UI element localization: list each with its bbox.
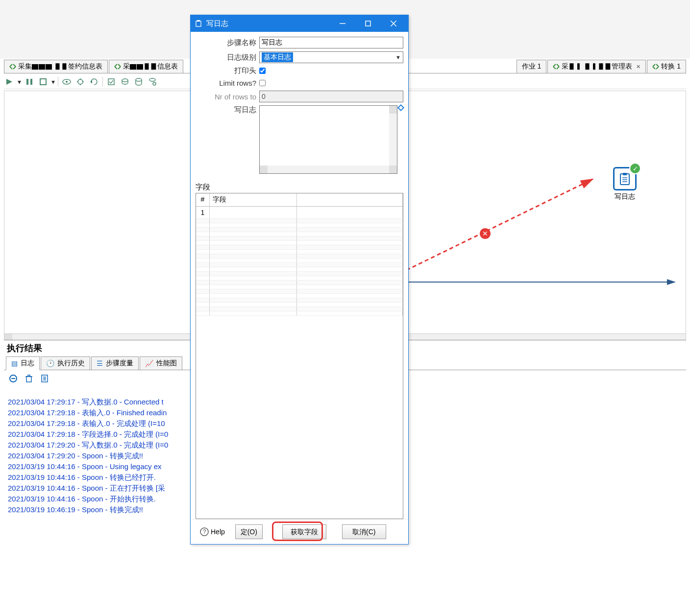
log-level-label: 日志级别 (196, 53, 259, 62)
impact-icon[interactable] (120, 76, 130, 87)
table-row[interactable] (196, 298, 403, 303)
table-row[interactable]: 1 (196, 207, 403, 219)
table-row[interactable] (196, 311, 403, 316)
hop-normal-arrow (391, 277, 685, 292)
maximize-button[interactable] (357, 15, 379, 32)
clipboard-icon (618, 172, 632, 186)
help-button[interactable]: ? Help (196, 525, 229, 539)
step-icon-box: ✓ (613, 167, 637, 190)
verify-icon[interactable] (106, 76, 117, 87)
svg-rect-22 (26, 377, 31, 382)
tab-history[interactable]: 🕑 执行历史 (41, 356, 90, 370)
tab-perf-graph[interactable]: 📈 性能图 (140, 356, 182, 370)
table-row[interactable] (196, 307, 403, 311)
table-row[interactable] (196, 254, 403, 259)
svg-rect-28 (197, 20, 200, 22)
table-row[interactable] (196, 281, 403, 285)
svg-line-13 (394, 179, 592, 276)
write-log-dialog: 写日志 步骤名称 日志级别 基本日志 ▼ 打印头 Limit rows? Nr … (190, 15, 409, 545)
limit-rows-checkbox[interactable] (259, 80, 266, 86)
help-icon: ? (200, 527, 209, 536)
pause-icon[interactable] (24, 76, 35, 87)
svg-point-5 (66, 81, 68, 83)
tab-item-2[interactable]: 采▇▇▋▊信息表 (109, 60, 183, 73)
svg-rect-30 (366, 21, 370, 26)
col-num-header: # (196, 193, 210, 206)
tab-item-5[interactable]: 转换 1 (647, 60, 686, 73)
table-row[interactable] (196, 303, 403, 307)
log-level-select[interactable]: 基本日志 ▼ (259, 51, 403, 63)
nr-rows-label: Nr of rows to (196, 93, 259, 101)
table-row[interactable] (196, 250, 403, 254)
clear-log-icon[interactable] (24, 373, 34, 384)
run-icon[interactable] (4, 76, 15, 87)
table-row[interactable] (196, 263, 403, 267)
nr-rows-input[interactable] (259, 91, 403, 102)
variable-helper-icon[interactable] (397, 104, 404, 111)
cancel-button[interactable]: 取消(C) (342, 524, 386, 539)
close-button[interactable] (383, 15, 404, 32)
tab-step-metrics[interactable]: ☰ 步骤度量 (91, 356, 139, 370)
log-level-value: 基本日志 (262, 52, 293, 62)
stop-icon[interactable] (38, 76, 49, 87)
svg-rect-15 (620, 174, 629, 185)
col-field-header: 字段 (210, 193, 297, 206)
table-row[interactable] (196, 232, 403, 237)
stop-log-icon[interactable] (8, 373, 19, 384)
transform-icon (652, 63, 659, 70)
tab-item-1[interactable]: 采集▇▇▇ ▋▋签约信息表 (4, 60, 108, 73)
tab-item-4[interactable]: 采▋▍ ▋▍▋▊管理表 ✕ (547, 60, 646, 73)
table-row[interactable] (196, 219, 403, 223)
ok-label: 定(O) (241, 528, 257, 536)
tab-item-3[interactable]: 作业 1 (517, 60, 547, 73)
fields-grid[interactable]: # 字段 1 (196, 193, 403, 519)
print-header-checkbox[interactable] (259, 68, 266, 74)
ok-button[interactable]: 定(O) (235, 524, 263, 539)
tab-label: 执行历史 (57, 359, 85, 368)
write-log-textarea[interactable] (259, 105, 397, 174)
textarea-horizontal-scrollbar[interactable] (260, 166, 397, 173)
explore-db-icon[interactable] (147, 76, 158, 87)
log-settings-icon[interactable] (39, 373, 50, 384)
table-row[interactable] (196, 267, 403, 272)
fields-grid-body[interactable]: 1 (196, 207, 403, 519)
step-name-input[interactable] (259, 37, 403, 48)
table-row[interactable] (196, 237, 403, 241)
svg-rect-27 (196, 21, 201, 26)
tab-log[interactable]: ▤ 日志 (6, 356, 40, 370)
sql-icon[interactable] (133, 76, 144, 87)
textarea-vertical-scrollbar[interactable] (389, 106, 397, 166)
step-label: 写日志 (613, 192, 637, 201)
table-row[interactable] (196, 272, 403, 276)
transform-icon (553, 63, 560, 70)
dialog-body: 步骤名称 日志级别 基本日志 ▼ 打印头 Limit rows? Nr of r… (191, 32, 408, 519)
replay-icon[interactable] (89, 76, 99, 87)
get-fields-button[interactable]: 获取字段 (282, 524, 326, 539)
svg-point-6 (78, 79, 83, 84)
table-row[interactable] (196, 285, 403, 289)
table-row[interactable] (196, 276, 403, 281)
dialog-title-bar[interactable]: 写日志 (191, 15, 408, 32)
table-row[interactable] (196, 294, 403, 298)
fields-section-label: 字段 (196, 183, 403, 192)
tab-label: 步骤度量 (106, 359, 133, 368)
tab-label: 日志 (21, 359, 34, 368)
table-row[interactable] (196, 228, 403, 232)
table-row[interactable] (196, 223, 403, 228)
minimize-button[interactable] (332, 15, 353, 32)
table-row[interactable] (196, 259, 403, 263)
table-row[interactable] (196, 241, 403, 245)
debug-icon[interactable] (75, 76, 86, 87)
cancel-label: 取消(C) (352, 528, 375, 536)
hop-error-arrow (392, 174, 602, 282)
hop-error-badge: ✕ (480, 228, 491, 239)
row-field[interactable] (210, 207, 297, 218)
svg-rect-8 (108, 79, 114, 85)
perf-icon: 📈 (145, 359, 153, 367)
step-write-log[interactable]: ✓ 写日志 (613, 167, 637, 201)
close-icon[interactable]: ✕ (636, 64, 641, 70)
svg-marker-0 (6, 79, 12, 85)
table-row[interactable] (196, 245, 403, 250)
preview-icon[interactable] (61, 76, 72, 87)
table-row[interactable] (196, 289, 403, 294)
